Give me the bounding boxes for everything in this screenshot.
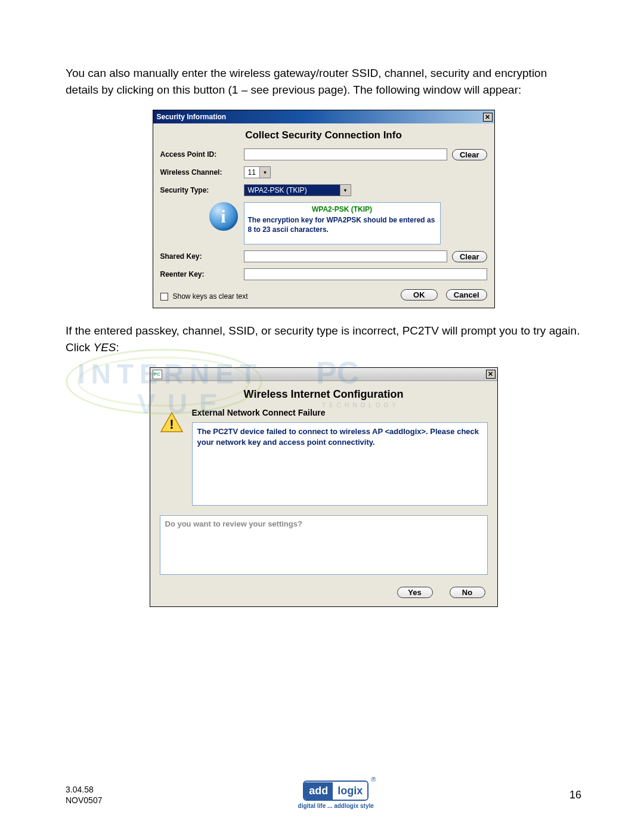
- page-number: 16: [569, 789, 581, 801]
- para2-text-a: If the entered passkey, channel, SSID, o…: [66, 324, 580, 354]
- reenter-key-input[interactable]: [244, 268, 487, 280]
- security-information-dialog: Security Information ✕ Collect Security …: [153, 110, 495, 308]
- clear-button-key[interactable]: Clear: [452, 251, 487, 262]
- app-icon: PC: [153, 370, 162, 379]
- logo-tagline: digital life ... addlogix style: [298, 803, 374, 809]
- footer-version-block: 3.04.58 NOV0507: [66, 784, 102, 806]
- dialog1-title: Security Information: [157, 113, 227, 121]
- dialog2-heading: Wireless Internet Configuration: [160, 388, 488, 401]
- label-access-point: Access Point ID:: [160, 150, 244, 159]
- footer-date: NOV0507: [66, 795, 102, 806]
- wireless-config-dialog: PC ✕ Wireless Internet Configuration ! E…: [150, 367, 498, 607]
- show-keys-label: Show keys as clear text: [173, 292, 248, 301]
- failure-heading: External Network Connect Failure: [192, 408, 488, 417]
- close-icon[interactable]: ✕: [486, 370, 496, 379]
- registered-icon: ®: [371, 776, 376, 783]
- page-footer: 3.04.58 NOV0507 add logix ® digital life…: [0, 781, 644, 809]
- no-button[interactable]: No: [450, 587, 485, 598]
- info-title: WPA2-PSK (TKIP): [248, 205, 436, 213]
- cancel-button[interactable]: Cancel: [446, 289, 487, 301]
- dialog1-titlebar: Security Information ✕: [153, 110, 494, 123]
- logo-left: add: [304, 782, 333, 800]
- channel-value: 11: [244, 168, 259, 177]
- failure-message: The PC2TV device failed to connect to wi…: [197, 426, 482, 447]
- intro-paragraph: You can also manually enter the wireless…: [66, 65, 581, 98]
- second-paragraph: If the entered passkey, channel, SSID, o…: [66, 323, 581, 355]
- channel-dropdown[interactable]: 11 ▼: [244, 166, 271, 178]
- review-question-box: Do you want to review your settings?: [160, 515, 488, 575]
- failure-message-box: The PC2TV device failed to connect to wi…: [192, 422, 488, 506]
- access-point-input[interactable]: [244, 148, 447, 160]
- footer-version: 3.04.58: [66, 784, 102, 795]
- chevron-down-icon: ▼: [340, 185, 351, 196]
- para2-text-b: :: [116, 341, 119, 354]
- label-wireless-channel: Wireless Channel:: [160, 168, 244, 176]
- ok-button[interactable]: OK: [401, 289, 438, 301]
- footer-logo: add logix ® digital life ... addlogix st…: [298, 781, 374, 809]
- para2-yes: YES: [93, 341, 116, 354]
- dialog1-heading: Collect Security Connection Info: [160, 129, 487, 141]
- label-shared-key: Shared Key:: [160, 252, 244, 261]
- security-type-dropdown[interactable]: WPA2-PSK (TKIP) ▼: [244, 184, 351, 196]
- info-icon: i: [209, 202, 238, 231]
- security-type-value: WPA2-PSK (TKIP): [244, 185, 340, 195]
- chevron-down-icon: ▼: [259, 167, 270, 178]
- warning-icon: !: [160, 411, 184, 433]
- info-text: The encryption key for WPA2PSK should be…: [248, 216, 436, 234]
- label-security-type: Security Type:: [160, 186, 244, 194]
- close-icon[interactable]: ✕: [483, 113, 493, 122]
- info-box: WPA2-PSK (TKIP) The encryption key for W…: [244, 202, 441, 244]
- shared-key-input[interactable]: [244, 250, 447, 262]
- show-keys-checkbox[interactable]: [160, 293, 168, 301]
- label-reenter-key: Reenter Key:: [160, 270, 244, 278]
- yes-button[interactable]: Yes: [397, 587, 433, 598]
- dialog2-titlebar: PC ✕: [150, 368, 497, 381]
- logo-right: logix: [333, 782, 367, 800]
- clear-button-ap[interactable]: Clear: [452, 149, 487, 160]
- svg-text:!: !: [169, 417, 174, 432]
- review-question: Do you want to review your settings?: [165, 519, 302, 528]
